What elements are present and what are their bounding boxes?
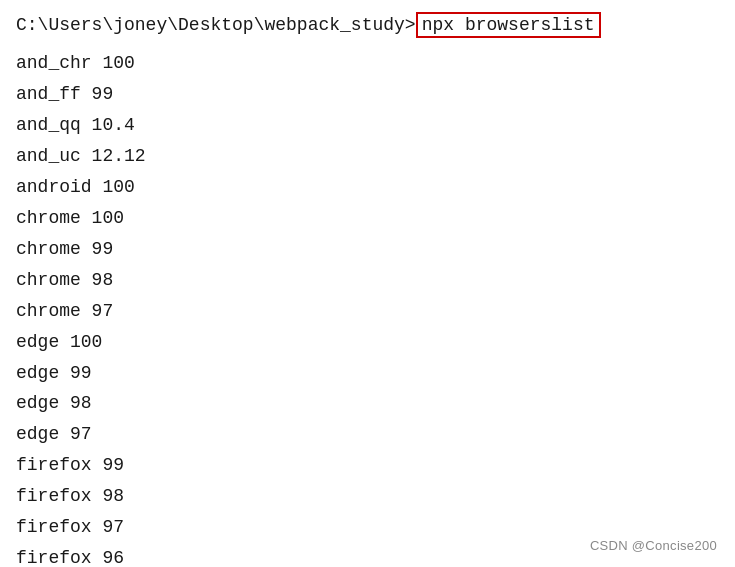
list-item: firefox 98 [16,481,719,512]
prompt-path: C:\Users\joney\Desktop\webpack_study> [16,15,416,35]
list-item: firefox 99 [16,450,719,481]
watermark: CSDN @Concise200 [590,538,717,553]
list-item: and_chr 100 [16,48,719,79]
list-item: and_uc 12.12 [16,141,719,172]
list-item: and_qq 10.4 [16,110,719,141]
list-item: edge 99 [16,358,719,389]
list-item: chrome 97 [16,296,719,327]
list-item: chrome 99 [16,234,719,265]
list-item: chrome 100 [16,203,719,234]
output-list: and_chr 100and_ff 99and_qq 10.4and_uc 12… [16,48,719,567]
prompt-command: npx browserslist [416,12,601,38]
list-item: edge 98 [16,388,719,419]
list-item: and_ff 99 [16,79,719,110]
list-item: edge 100 [16,327,719,358]
list-item: android 100 [16,172,719,203]
list-item: edge 97 [16,419,719,450]
prompt-line: C:\Users\joney\Desktop\webpack_study> np… [16,12,719,38]
list-item: chrome 98 [16,265,719,296]
terminal-window: C:\Users\joney\Desktop\webpack_study> np… [0,0,735,567]
